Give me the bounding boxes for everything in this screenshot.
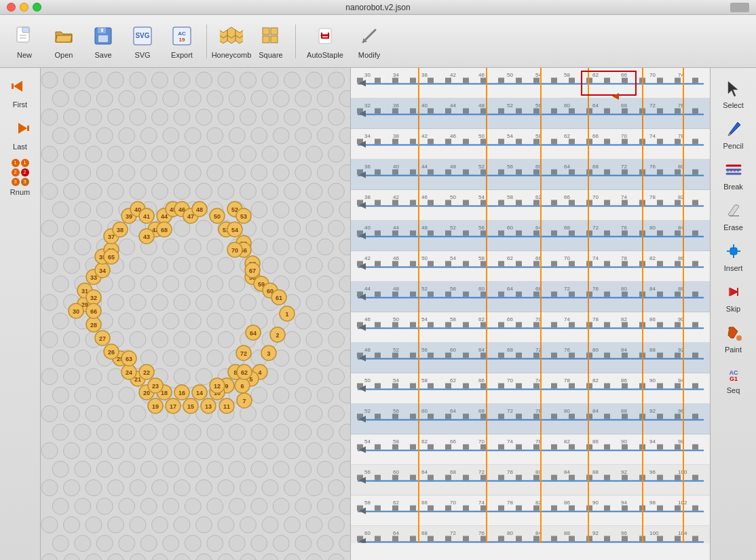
svg-point-395 bbox=[273, 461, 289, 477]
svg-point-427 bbox=[229, 498, 245, 515]
sequence-panel[interactable] bbox=[350, 68, 710, 560]
svg-point-100 bbox=[130, 146, 146, 162]
svg-point-28 bbox=[41, 72, 58, 88]
new-button[interactable]: New bbox=[5, 18, 43, 64]
export-button[interactable]: AC 19 Export bbox=[163, 18, 201, 64]
last-button[interactable]: Last bbox=[3, 115, 38, 155]
save-button[interactable]: Save bbox=[84, 18, 122, 64]
honeycomb-button[interactable]: Honeycomb bbox=[212, 18, 250, 64]
svg-point-211 bbox=[328, 257, 345, 274]
svg-point-288 bbox=[163, 350, 179, 367]
svg-point-139 bbox=[240, 183, 257, 200]
erase-label: Erase bbox=[723, 223, 743, 231]
svg-point-329 bbox=[317, 387, 333, 403]
svg-point-46 bbox=[75, 90, 91, 107]
first-button[interactable]: First bbox=[3, 73, 38, 113]
svg-point-117 bbox=[140, 165, 157, 181]
svg-point-199 bbox=[64, 257, 80, 274]
svg-point-379 bbox=[284, 443, 301, 459]
svg-text:27: 27 bbox=[99, 335, 106, 342]
svg-point-235 bbox=[108, 295, 124, 311]
svg-point-355 bbox=[140, 424, 157, 441]
svg-point-470 bbox=[41, 554, 58, 560]
svg-point-330 bbox=[339, 387, 350, 403]
svg-point-92 bbox=[339, 128, 350, 144]
svg-point-165 bbox=[64, 220, 80, 236]
paint-tool-button[interactable]: Paint bbox=[714, 318, 753, 357]
erase-icon bbox=[723, 200, 744, 221]
svg-point-257 bbox=[229, 313, 245, 329]
svg-point-385 bbox=[52, 461, 69, 477]
svg-point-210 bbox=[306, 257, 322, 274]
svg-point-425 bbox=[185, 498, 201, 515]
select-tool-button[interactable]: Select bbox=[714, 73, 753, 113]
svg-point-147 bbox=[52, 202, 69, 218]
svg-point-352 bbox=[75, 424, 91, 441]
svg-point-175 bbox=[284, 220, 301, 236]
erase-tool-button[interactable]: Erase bbox=[714, 195, 753, 235]
svg-point-98 bbox=[86, 146, 102, 162]
svg-point-106 bbox=[262, 146, 278, 162]
svg-point-52 bbox=[207, 90, 223, 107]
svg-point-423 bbox=[140, 498, 157, 515]
svg-point-38 bbox=[262, 72, 278, 88]
svg-point-191 bbox=[273, 239, 289, 255]
svg-rect-6 bbox=[98, 35, 108, 42]
svg-point-406 bbox=[130, 480, 146, 496]
square-button[interactable]: Square bbox=[252, 18, 290, 64]
svg-point-394 bbox=[251, 461, 267, 477]
maximize-button[interactable] bbox=[33, 3, 41, 12]
svg-point-459 bbox=[185, 536, 201, 552]
svg-point-70 bbox=[218, 109, 234, 126]
svg-text:17: 17 bbox=[170, 403, 176, 410]
svg-point-419 bbox=[52, 498, 69, 515]
svg-point-55 bbox=[273, 90, 289, 107]
svg-point-203 bbox=[152, 257, 168, 274]
svg-point-39 bbox=[284, 72, 301, 88]
honeycomb-canvas[interactable]: // This will be replaced by inline SVG c… bbox=[41, 68, 350, 560]
svg-point-453 bbox=[52, 536, 69, 552]
break-tool-button[interactable]: Break bbox=[714, 155, 753, 194]
svg-point-274 bbox=[218, 331, 234, 348]
svg-point-267 bbox=[64, 331, 80, 348]
svg-point-252 bbox=[119, 313, 135, 329]
svg-text:26: 26 bbox=[108, 349, 115, 356]
skip-tool-button[interactable]: Skip bbox=[714, 277, 753, 316]
svg-point-79 bbox=[52, 128, 69, 144]
svg-text:19: 19 bbox=[152, 403, 159, 410]
svg-point-237 bbox=[152, 295, 168, 311]
svg-button[interactable]: SVG SVG bbox=[124, 18, 162, 64]
close-button[interactable] bbox=[7, 3, 16, 12]
svg-point-204 bbox=[174, 257, 190, 274]
svg-text:43: 43 bbox=[143, 234, 150, 240]
svg-text:39: 39 bbox=[126, 213, 132, 220]
svg-point-392 bbox=[207, 461, 223, 477]
svg-point-478 bbox=[218, 554, 234, 560]
modify-button[interactable]: Modify bbox=[350, 18, 388, 64]
svg-point-140 bbox=[262, 183, 278, 200]
svg-point-142 bbox=[306, 183, 322, 200]
svg-point-53 bbox=[229, 90, 245, 107]
insert-tool-button[interactable]: Insert bbox=[714, 236, 753, 276]
svg-point-353 bbox=[96, 424, 113, 441]
minimize-button[interactable] bbox=[20, 3, 29, 12]
autostaple-button[interactable]: AutoStaple bbox=[301, 18, 349, 64]
seq-tool-button[interactable]: AC G1 Seq bbox=[714, 358, 753, 398]
svg-text:38: 38 bbox=[117, 227, 124, 234]
svg-point-148 bbox=[75, 202, 91, 218]
svg-text:63: 63 bbox=[126, 356, 132, 362]
svg-marker-25 bbox=[14, 81, 22, 92]
rnum-button[interactable]: 1 1 2 2 3 3 Rnum bbox=[3, 157, 38, 197]
svg-point-101 bbox=[152, 146, 168, 162]
svg-point-103 bbox=[196, 146, 212, 162]
svg-point-328 bbox=[295, 387, 311, 403]
pencil-tool-button[interactable]: Pencil bbox=[714, 114, 753, 153]
open-button[interactable]: Open bbox=[45, 18, 83, 64]
svg-point-244 bbox=[306, 295, 322, 311]
svg-point-465 bbox=[317, 536, 333, 552]
svg-point-290 bbox=[207, 350, 223, 367]
svg-point-461 bbox=[229, 536, 245, 552]
svg-point-99 bbox=[108, 146, 124, 162]
svg-point-222 bbox=[207, 276, 223, 292]
canvas-area[interactable]: // This will be replaced by inline SVG c… bbox=[41, 68, 350, 560]
